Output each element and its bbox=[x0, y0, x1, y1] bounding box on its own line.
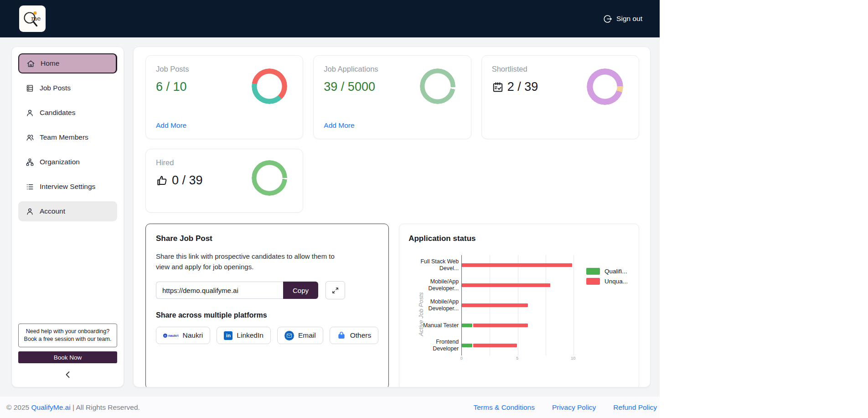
logout-icon bbox=[603, 14, 612, 24]
qualifyme-logo[interactable]: me bbox=[19, 5, 46, 32]
privacy-link[interactable]: Privacy Policy bbox=[552, 403, 596, 412]
sidebar-item-label: Job Posts bbox=[40, 84, 71, 92]
chart-x-tick-label: 0 bbox=[460, 356, 463, 361]
brand-link[interactable]: QualifyMe.ai bbox=[31, 403, 71, 411]
chevron-left-icon bbox=[65, 371, 70, 378]
chart-category-label: Full Stack Web Devel... bbox=[418, 255, 461, 275]
sign-out-label: Sign out bbox=[616, 15, 642, 23]
platform-label: LinkedIn bbox=[237, 331, 264, 340]
svg-text:me: me bbox=[31, 15, 41, 22]
legend-label: Unqua... bbox=[604, 278, 628, 285]
sidebar-item-label: Candidates bbox=[40, 109, 75, 117]
terms-link[interactable]: Terms & Conditions bbox=[474, 403, 535, 412]
chart-bar-segment bbox=[462, 263, 572, 267]
add-more-link[interactable]: Add More bbox=[324, 121, 354, 130]
add-more-link[interactable]: Add More bbox=[156, 121, 186, 130]
chart-bar-segment bbox=[473, 344, 517, 347]
copy-button[interactable]: Copy bbox=[283, 282, 318, 299]
sidebar-item-account[interactable]: Account bbox=[18, 201, 117, 221]
book-now-button[interactable]: Book Now bbox=[18, 351, 117, 363]
platform-label: Naukri bbox=[183, 331, 203, 340]
expand-button[interactable] bbox=[326, 281, 345, 299]
chart-y-axis-title: Active Job Posts bbox=[408, 255, 418, 362]
bottom-row: Share Job Post Share this link with pros… bbox=[145, 224, 639, 387]
sidebar-item-job-posts[interactable]: Job Posts bbox=[18, 78, 117, 98]
share-naukri-button[interactable]: nnaukri Naukri bbox=[156, 327, 210, 344]
chart-x-tick-label: 5 bbox=[516, 356, 518, 361]
chart-category-label: Frontend Developer bbox=[418, 335, 461, 355]
main-panel: Job Posts 6 / 10 Add More Job Applicatio… bbox=[133, 47, 651, 387]
share-linkedin-button[interactable]: in LinkedIn bbox=[217, 327, 271, 344]
chart-x-tick-label: 10 bbox=[571, 356, 575, 361]
content-row: Home Job Posts Candidates Team Members O… bbox=[0, 37, 660, 387]
chart-bar-row bbox=[462, 295, 573, 315]
refund-link[interactable]: Refund Policy bbox=[613, 403, 657, 412]
share-job-post-card: Share Job Post Share this link with pros… bbox=[145, 224, 389, 387]
chart-x-ticks: 0510 bbox=[461, 355, 573, 362]
list-icon bbox=[26, 183, 34, 191]
legend-item-unqualified: Unqua... bbox=[586, 278, 628, 285]
stats-row-2: Hired 0 / 39 bbox=[145, 149, 639, 213]
application-status-card: Application status Active Job Posts Full… bbox=[399, 224, 639, 387]
chart-bar-segment bbox=[462, 303, 528, 307]
sidebar-item-interview-settings[interactable]: Interview Settings bbox=[18, 177, 117, 197]
stat-card-hired: Hired 0 / 39 bbox=[145, 149, 303, 213]
chart-bar-row bbox=[462, 275, 573, 295]
share-others-button[interactable]: Others bbox=[330, 327, 379, 344]
legend-label: Qualifi... bbox=[604, 268, 627, 275]
legend-item-qualified: Qualifi... bbox=[586, 268, 628, 275]
sidebar-item-team-members[interactable]: Team Members bbox=[18, 127, 117, 147]
help-text: Need help with your onboarding? Book a f… bbox=[24, 328, 112, 342]
platform-label: Email bbox=[298, 331, 316, 340]
chart-gridline bbox=[574, 255, 574, 355]
chart-category-label: Mobile/App Developer... bbox=[418, 275, 461, 295]
footer: © 2025 QualifyMe.ai | All Rights Reserve… bbox=[0, 397, 660, 418]
chart-title: Application status bbox=[408, 234, 630, 243]
chart-category-label: Manual Tester bbox=[418, 315, 461, 335]
sidebar-item-home[interactable]: Home bbox=[18, 53, 117, 73]
chart-category-labels: Full Stack Web Devel...Mobile/App Develo… bbox=[418, 255, 461, 362]
platform-buttons: nnaukri Naukri in LinkedIn Email bbox=[156, 327, 378, 344]
sidebar-item-label: Account bbox=[40, 207, 65, 215]
chart-bar-segment bbox=[462, 344, 472, 347]
share-email-button[interactable]: Email bbox=[277, 327, 323, 344]
chart-legend: Qualifi... Unqua... bbox=[586, 268, 628, 285]
server-icon bbox=[26, 84, 34, 93]
job-posts-donut bbox=[252, 68, 287, 104]
topbar: me Sign out bbox=[0, 0, 660, 37]
naukri-icon: nnaukri bbox=[163, 334, 179, 338]
chart-bar-row bbox=[462, 315, 573, 335]
expand-diagonal-icon bbox=[332, 287, 339, 294]
platform-label: Others bbox=[350, 331, 372, 340]
thumbs-up-icon bbox=[156, 174, 168, 187]
footer-links: Terms & Conditions Privacy Policy Refund… bbox=[474, 403, 657, 412]
sitemap-icon bbox=[26, 158, 34, 167]
sidebar-collapse-button[interactable] bbox=[62, 370, 74, 380]
share-url-input[interactable] bbox=[156, 282, 283, 299]
email-icon bbox=[284, 331, 294, 340]
chart-bar-row bbox=[462, 335, 573, 355]
share-platforms-title: Share across multiple platforms bbox=[156, 311, 378, 319]
sidebar-item-candidates[interactable]: Candidates bbox=[18, 103, 117, 123]
onboarding-help-box: Need help with your onboarding? Book a f… bbox=[18, 324, 117, 347]
person-icon bbox=[26, 109, 34, 117]
person-icon bbox=[26, 207, 34, 216]
copyright-text: © 2025 QualifyMe.ai | All Rights Reserve… bbox=[6, 403, 140, 412]
chart-bar-segment bbox=[473, 324, 528, 327]
chart-bar-segment bbox=[462, 283, 550, 287]
legend-swatch-green bbox=[586, 268, 600, 275]
sidebar-item-organization[interactable]: Organization bbox=[18, 152, 117, 172]
sidebar-item-label: Team Members bbox=[40, 133, 88, 141]
share-link-row: Copy bbox=[156, 281, 378, 299]
sidebar-item-label: Interview Settings bbox=[40, 183, 95, 191]
sign-out-button[interactable]: Sign out bbox=[603, 14, 642, 24]
people-icon bbox=[26, 133, 34, 142]
sidebar: Home Job Posts Candidates Team Members O… bbox=[11, 47, 124, 387]
hired-donut bbox=[252, 160, 287, 196]
chart-category-label: Mobile/App Developer... bbox=[418, 295, 461, 315]
shortlisted-donut bbox=[587, 68, 623, 105]
sidebar-item-label: Organization bbox=[40, 158, 80, 166]
calendar-check-icon bbox=[492, 81, 504, 93]
magnifier-logo-icon: me bbox=[22, 8, 42, 29]
sidebar-item-label: Home bbox=[41, 59, 59, 68]
